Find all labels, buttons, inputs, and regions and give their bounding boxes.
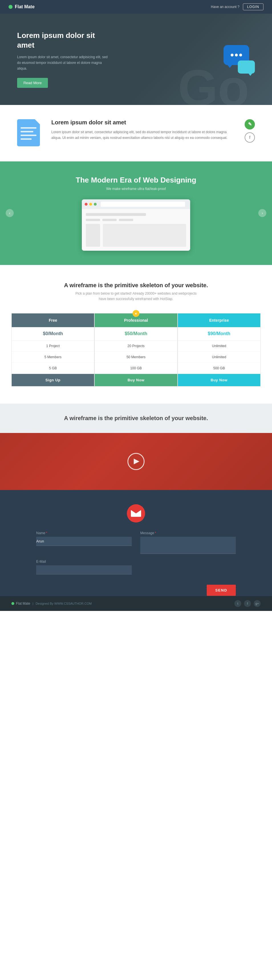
contact-form: Name* Message* E-Mail SEND [36, 531, 236, 574]
browser-main-content [86, 224, 186, 247]
pricing-title: A wireframe is the primitive skeleton of… [11, 282, 261, 289]
green-section: The Modern Era of Web Designing We make … [0, 161, 272, 265]
navbar-right: Have an account ? LOGIN [211, 3, 264, 10]
carousel-right-button[interactable]: › [258, 209, 266, 217]
browser-close [85, 203, 87, 206]
chat-dot-1 [231, 54, 234, 56]
browser-nav-area [86, 219, 186, 221]
plan-cta-free[interactable]: Sign Up [12, 374, 94, 386]
hero-illustration [221, 45, 255, 73]
plan-price-enterprise: $90/Month [178, 327, 260, 340]
mail-icon [131, 510, 141, 517]
feature-section: Lorem ipsum dolor sit amet Lorem ipsum d… [0, 105, 272, 161]
form-group-name: Name* [36, 531, 132, 555]
email-input[interactable] [36, 565, 132, 574]
popular-badge: ★ [133, 310, 139, 317]
browser-content [82, 209, 190, 251]
message-required: * [155, 531, 156, 535]
navbar: Flat Mate Have an account ? LOGIN [0, 0, 272, 14]
name-required: * [46, 531, 47, 535]
pricing-card-pro: ★ Professional $50/Month 20 Projects 50 … [94, 313, 177, 387]
plan-feature-pro-1: 20 Projects [95, 340, 177, 352]
contact-section: Name* Message* E-Mail SEND [0, 490, 272, 596]
footer-social: t f g+ [234, 600, 261, 607]
plan-feature-free-1: 1 Project [12, 340, 94, 352]
plan-feature-enterprise-1: Unlimited [178, 340, 260, 352]
doc-icon [17, 119, 40, 146]
plan-feature-enterprise-2: Unlimited [178, 352, 260, 363]
message-label: Message* [140, 531, 236, 535]
doc-line-4 [21, 138, 32, 140]
plan-feature-pro-3: 100 GB [95, 363, 177, 374]
plan-name-enterprise: Enterprise [178, 313, 260, 327]
social-button[interactable]: f [245, 132, 255, 143]
send-button[interactable]: SEND [207, 585, 236, 596]
browser-nav-3 [119, 219, 133, 221]
form-row-2: E-Mail [36, 560, 236, 574]
browser-minimize [89, 203, 92, 206]
tagline-section: A wireframe is the primitive skeleton of… [0, 404, 272, 433]
browser-bar [82, 199, 190, 209]
footer: Flat Mate | Designed By WWW.CSSAUTHOR.CO… [0, 596, 272, 611]
play-icon [134, 459, 139, 465]
browser-sidebar [86, 224, 100, 247]
brand-dot [8, 5, 13, 9]
plan-name-free: Free [12, 313, 94, 327]
doc-line-1 [21, 127, 37, 129]
plan-feature-free-3: 5 GB [12, 363, 94, 374]
brand-name: Flat Mate [15, 4, 35, 10]
footer-logo: Flat Mate [11, 601, 30, 606]
form-group-message: Message* [140, 531, 236, 555]
login-button[interactable]: LOGIN [243, 3, 264, 10]
tagline-text: A wireframe is the primitive skeleton of… [17, 415, 255, 422]
have-account-text: Have an account ? [211, 5, 240, 9]
green-subtitle: We make wireframe ultra flat/leak-proof [17, 187, 255, 191]
feature-description: Lorem ipsum dolor sit amet, consectetur … [51, 129, 233, 141]
plan-feature-free-2: 5 Members [12, 352, 94, 363]
footer-dot [11, 602, 14, 605]
play-button[interactable] [127, 453, 145, 470]
carousel-left-button[interactable]: ‹ [6, 209, 14, 217]
chat-bubble-small [238, 60, 255, 73]
feature-content: Lorem ipsum dolor sit amet Lorem ipsum d… [51, 119, 233, 141]
browser-header-bar [86, 213, 146, 216]
social-facebook[interactable]: f [244, 600, 251, 607]
feature-actions: ✎ f [245, 119, 255, 143]
plan-cta-pro[interactable]: Buy Now [95, 374, 177, 386]
video-section [0, 433, 272, 490]
footer-separator: | [32, 602, 33, 605]
pricing-subtitle: Pick a plan from below to get started! A… [11, 291, 261, 302]
pricing-card-enterprise: Enterprise $90/Month Unlimited Unlimited… [178, 313, 261, 387]
green-title: The Modern Era of Web Designing [17, 176, 255, 185]
chat-dot-3 [239, 54, 242, 56]
footer-left: Flat Mate | Designed By WWW.CSSAUTHOR.CO… [11, 601, 92, 606]
pricing-card-free: Free $0/Month 1 Project 5 Members 5 GB S… [11, 313, 94, 387]
plan-price-pro: $50/Month [95, 327, 177, 340]
social-gplus[interactable]: g+ [254, 600, 261, 607]
message-input[interactable] [140, 537, 236, 554]
plan-feature-pro-2: 50 Members [95, 352, 177, 363]
hero-description: Lorem ipsum dolor sit amet, consectetur … [17, 54, 108, 72]
doc-line-2 [21, 131, 33, 132]
footer-brand: Flat Mate [16, 601, 30, 606]
chat-bubbles [221, 45, 255, 73]
plan-feature-enterprise-3: 500 GB [178, 363, 260, 374]
mail-circle [127, 504, 145, 522]
form-group-spacer [140, 560, 236, 574]
plan-cta-enterprise[interactable]: Buy Now [178, 374, 260, 386]
edit-button[interactable]: ✎ [245, 119, 255, 129]
email-label: E-Mail [36, 560, 132, 563]
hero-text: Lorem ipsum dolor sit amet Lorem ipsum d… [17, 31, 108, 88]
name-input[interactable] [36, 537, 132, 546]
footer-designed-by: Designed By WWW.CSSAUTHOR.COM [36, 602, 92, 605]
plan-price-free: $0/Month [12, 327, 94, 340]
form-group-email: E-Mail [36, 560, 132, 574]
pricing-section: A wireframe is the primitive skeleton of… [0, 265, 272, 404]
mail-icon-wrap [17, 504, 255, 522]
browser-maximize [94, 203, 97, 206]
browser-nav-1 [86, 219, 100, 221]
social-twitter[interactable]: t [234, 600, 241, 607]
read-more-button[interactable]: Read More [17, 78, 48, 88]
form-row-1: Name* Message* [36, 531, 236, 555]
doc-line-3 [21, 135, 37, 136]
